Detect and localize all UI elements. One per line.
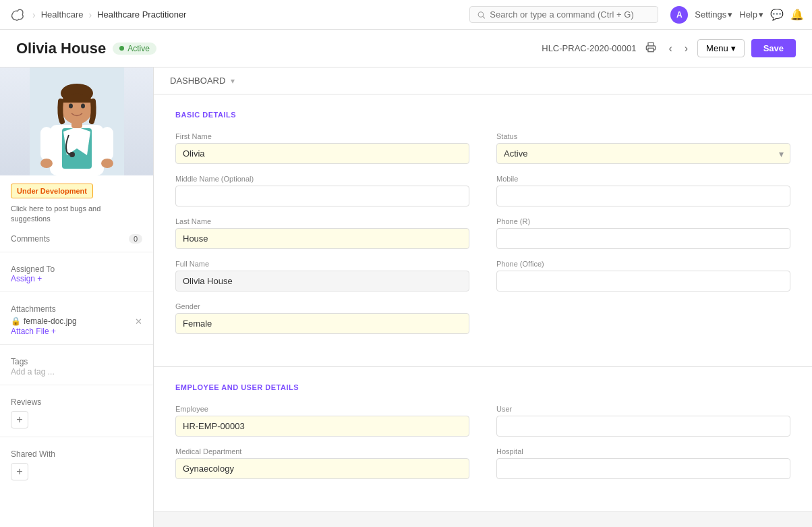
status-label: Active xyxy=(127,44,150,53)
svg-point-13 xyxy=(81,104,85,109)
medical-dept-label: Medical Department xyxy=(175,447,469,455)
sidebar-attachments: Attachments 🔒 female-doc.jpg ✕ Attach Fi… xyxy=(0,298,153,339)
add-review-button[interactable]: + xyxy=(11,411,28,428)
basic-details-section: BASIC DETAILS First Name Status Active I… xyxy=(154,94,812,367)
chat-icon[interactable]: 💬 xyxy=(770,8,784,21)
phone-office-group: Phone (Office) xyxy=(496,260,790,292)
breadcrumb-sep-2: › xyxy=(89,9,92,20)
search-input[interactable] xyxy=(490,9,651,20)
status-label: Status xyxy=(496,132,790,140)
print-icon[interactable] xyxy=(643,40,659,57)
sidebar-comments: Comments 0 xyxy=(0,227,153,246)
page-header: Olivia House Active HLC-PRAC-2020-00001 … xyxy=(0,30,812,67)
topnav-actions: A Settings ▾ Help ▾ 💬 🔔 xyxy=(670,6,804,24)
hospital-group: Hospital xyxy=(496,447,790,479)
last-name-label: Last Name xyxy=(175,217,469,225)
placeholder-group xyxy=(496,302,790,334)
status-select[interactable]: Active Inactive xyxy=(496,143,790,164)
first-name-group: First Name xyxy=(175,132,469,164)
last-name-group: Last Name xyxy=(175,217,469,249)
header-right: HLC-PRAC-2020-00001 ‹ › Menu ▾ Save xyxy=(542,39,796,57)
phone-office-input[interactable] xyxy=(496,271,790,292)
phone-r-input[interactable] xyxy=(496,228,790,249)
menu-button[interactable]: Menu ▾ xyxy=(697,39,745,57)
form-row-1: First Name Status Active Inactive xyxy=(175,132,790,164)
user-group: User xyxy=(496,405,790,437)
full-name-readonly: Olivia House xyxy=(175,271,469,292)
full-name-label: Full Name xyxy=(175,260,469,268)
svg-point-16 xyxy=(40,159,53,168)
phone-r-label: Phone (R) xyxy=(496,217,790,225)
app-logo[interactable] xyxy=(8,5,27,24)
employee-details-title: EMPLOYEE AND USER DETAILS xyxy=(175,383,790,391)
first-name-label: First Name xyxy=(175,132,469,140)
employee-input[interactable] xyxy=(175,416,469,437)
last-name-input[interactable] xyxy=(175,228,469,249)
medical-dept-group: Medical Department xyxy=(175,447,469,479)
gender-label: Gender xyxy=(175,302,469,310)
sidebar-tags: Tags Add a tag ... xyxy=(0,350,153,379)
notifications-icon[interactable]: 🔔 xyxy=(790,8,804,21)
add-shared-button[interactable]: + xyxy=(11,463,28,480)
full-name-group: Full Name Olivia House xyxy=(175,260,469,292)
remove-attachment-button[interactable]: ✕ xyxy=(135,316,142,327)
record-id: HLC-PRAC-2020-00001 xyxy=(542,43,636,53)
dev-text-link[interactable]: Click here to post bugs and suggestions xyxy=(11,204,142,225)
employee-details-section: EMPLOYEE AND USER DETAILS Employee User … xyxy=(154,367,812,512)
breadcrumb-healthcare[interactable]: Healthcare xyxy=(41,9,84,20)
mobile-input[interactable] xyxy=(496,186,790,206)
basic-details-title: BASIC DETAILS xyxy=(175,111,790,119)
avatar[interactable]: A xyxy=(670,6,688,24)
main-content: DASHBOARD ▾ BASIC DETAILS First Name Sta… xyxy=(154,67,812,527)
add-tag-input[interactable]: Add a tag ... xyxy=(11,367,55,377)
sidebar-reviews: Reviews + xyxy=(0,391,153,431)
assign-link[interactable]: Assign + xyxy=(11,274,142,283)
svg-point-8 xyxy=(69,152,75,157)
shared-with-label: Shared With xyxy=(11,449,55,459)
mobile-label: Mobile xyxy=(496,175,790,183)
form-row-3: Last Name Phone (R) xyxy=(175,217,790,249)
employee-group: Employee xyxy=(175,405,469,437)
help-button[interactable]: Help ▾ xyxy=(739,9,763,20)
dashboard-label: DASHBOARD xyxy=(170,76,225,86)
svg-rect-14 xyxy=(40,127,53,161)
medical-dept-input[interactable] xyxy=(175,458,469,479)
svg-line-1 xyxy=(483,16,485,18)
save-button[interactable]: Save xyxy=(751,39,796,57)
form-row-5: Gender xyxy=(175,302,790,334)
dev-badge: Under Development xyxy=(11,184,93,198)
status-select-wrapper: Active Inactive xyxy=(496,143,790,164)
svg-point-0 xyxy=(478,11,484,17)
status-group: Status Active Inactive xyxy=(496,132,790,164)
emp-form-row-1: Employee User xyxy=(175,405,790,437)
search-bar[interactable] xyxy=(469,6,658,23)
form-row-4: Full Name Olivia House Phone (Office) xyxy=(175,260,790,292)
breadcrumb-practitioner[interactable]: Healthcare Practitioner xyxy=(97,9,186,20)
middle-name-label: Middle Name (Optional) xyxy=(175,175,469,183)
prev-record-icon[interactable]: ‹ xyxy=(666,41,674,56)
attach-file-link[interactable]: Attach File + xyxy=(11,327,142,336)
hospital-label: Hospital xyxy=(496,447,790,455)
first-name-input[interactable] xyxy=(175,143,469,164)
tags-label: Tags xyxy=(11,357,28,366)
phone-office-label: Phone (Office) xyxy=(496,260,790,268)
topnav: › Healthcare › Healthcare Practitioner A… xyxy=(0,0,812,30)
next-record-icon[interactable]: › xyxy=(682,41,691,56)
dashboard-bar[interactable]: DASHBOARD ▾ xyxy=(154,67,812,94)
svg-point-17 xyxy=(101,159,113,168)
breadcrumb-sep-1: › xyxy=(32,9,36,20)
attachment-item: 🔒 female-doc.jpg ✕ xyxy=(11,316,142,327)
search-icon xyxy=(477,10,486,20)
gender-input[interactable] xyxy=(175,313,469,334)
status-badge: Active xyxy=(113,43,156,55)
settings-button[interactable]: Settings ▾ xyxy=(695,9,732,20)
status-dot xyxy=(119,46,124,51)
svg-point-12 xyxy=(69,104,73,109)
svg-rect-2 xyxy=(648,48,654,51)
user-input[interactable] xyxy=(496,416,790,437)
gender-group: Gender xyxy=(175,302,469,334)
middle-name-input[interactable] xyxy=(175,186,469,206)
reviews-label: Reviews xyxy=(11,397,41,407)
hospital-input[interactable] xyxy=(496,458,790,479)
sidebar: Under Development Click here to post bug… xyxy=(0,67,154,527)
